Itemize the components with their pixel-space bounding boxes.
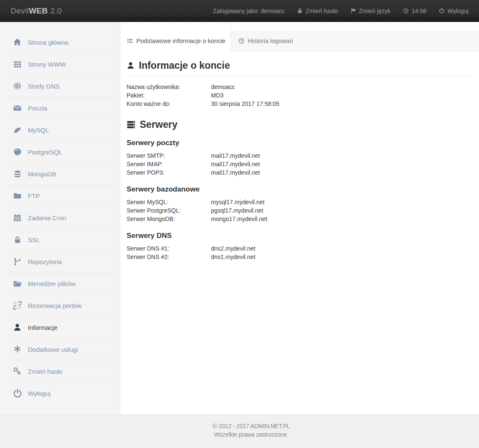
sidebar-item-ftp[interactable]: FTP bbox=[0, 185, 120, 207]
row-value: mail17.mydevil.net bbox=[211, 168, 260, 177]
change-password-label: Zmień hasło bbox=[306, 8, 338, 14]
sidebar-item-zmien-haslo[interactable]: Zmień hasło bbox=[0, 360, 120, 382]
navbar-logout[interactable]: Wyloguj bbox=[439, 8, 468, 14]
account-row: Konto ważne do: 30 sierpnia 2017 17:58:0… bbox=[127, 100, 473, 108]
sidebar-item-mongodb[interactable]: MongoDB bbox=[0, 163, 120, 185]
tab-label: Historia logowań bbox=[248, 38, 293, 44]
servers-heading: Serwery bbox=[127, 119, 473, 130]
envelope-icon bbox=[12, 104, 23, 112]
sidebar-item-informacje[interactable]: Informacje bbox=[0, 316, 120, 338]
sidebar-item-label: Rezerwacja portów bbox=[28, 302, 82, 309]
sidebar-item-zadania-cron[interactable]: Zadania Cron bbox=[0, 207, 120, 229]
row-value: pgsql17.mydevil.net bbox=[211, 206, 263, 215]
sidebar-item-label: Strony WWW bbox=[28, 61, 66, 68]
broken-link-icon bbox=[12, 301, 23, 310]
sidebar-item-wyloguj[interactable]: Wyloguj bbox=[0, 382, 120, 404]
server-row: Serwer SMTP: mail17.mydevil.net bbox=[127, 151, 473, 160]
clock-icon bbox=[403, 8, 409, 13]
sidebar-item-label: Wyloguj bbox=[28, 390, 50, 397]
mail-servers-rows: Serwer SMTP: mail17.mydevil.net Serwer I… bbox=[127, 151, 473, 177]
postgresql-elephant-icon bbox=[12, 148, 23, 157]
page-footer: © 2012 - 2017 ADMIN.NET.PL Wszelkie praw… bbox=[0, 414, 479, 448]
sidebar-item-strony-www[interactable]: Strony WWW bbox=[0, 53, 120, 75]
code-branch-icon bbox=[12, 258, 23, 266]
brand-light: Devil bbox=[11, 6, 29, 16]
account-row: Pakiet: MD3 bbox=[127, 91, 473, 100]
navbar-change-language[interactable]: Zmień język bbox=[351, 8, 391, 14]
sidebar: Strona główna Strony WWW Strefy DNS Pocz… bbox=[0, 22, 120, 414]
sidebar-item-mysql[interactable]: MySQL bbox=[0, 119, 120, 141]
server-row: Serwer MongoDB: mongo17.mydevil.net bbox=[127, 215, 473, 223]
logged-in-text: Zalogowany jako: demoacc bbox=[213, 8, 285, 14]
sidebar-item-label: Poczta bbox=[28, 105, 47, 112]
server-row: Serwer DNS #1: dns2.mydevil.net bbox=[127, 244, 473, 253]
tab-label: Podstawowe informacje o koncie bbox=[136, 38, 225, 44]
sidebar-item-label: MySQL bbox=[28, 127, 49, 134]
change-language-label: Zmień język bbox=[359, 8, 391, 14]
globe-icon bbox=[12, 82, 23, 90]
row-label: Serwer POP3: bbox=[127, 168, 211, 177]
row-value: dns2.mydevil.net bbox=[211, 244, 255, 253]
sidebar-item-poczta[interactable]: Poczta bbox=[0, 97, 120, 119]
sidebar-item-label: Strefy DNS bbox=[28, 83, 60, 90]
server-row: Serwer DNS #2: dns1.mydevil.net bbox=[127, 253, 473, 261]
navbar-change-password[interactable]: Zmień hasło bbox=[297, 8, 338, 14]
folder-open-icon bbox=[12, 279, 23, 288]
time-text: 14:56 bbox=[411, 8, 426, 14]
sidebar-item-label: Menedżer plików bbox=[28, 280, 76, 287]
sidebar-item-label: Repozytoria bbox=[28, 258, 62, 265]
row-label: Serwer MySQL: bbox=[127, 198, 211, 206]
database-icon bbox=[12, 170, 23, 178]
user-icon bbox=[127, 62, 135, 70]
power-icon bbox=[439, 8, 444, 13]
tab-bar: Podstawowe informacje o koncie Historia … bbox=[120, 22, 479, 51]
content-area: Informacje o koncie Nazwa użytkownika: d… bbox=[120, 51, 479, 274]
row-label: Konto ważne do: bbox=[127, 100, 211, 108]
brand-version: 2.0 bbox=[50, 6, 62, 16]
navbar-menu: Zalogowany jako: demoacc Zmień hasło Zmi… bbox=[213, 8, 468, 14]
sidebar-item-strona-glowna[interactable]: Strona główna bbox=[0, 31, 120, 53]
row-value: mail17.mydevil.net bbox=[211, 160, 260, 168]
row-value: mail17.mydevil.net bbox=[211, 151, 260, 160]
server-row: Serwer PostgreSQL: pgsql17.mydevil.net bbox=[127, 206, 473, 215]
logout-label: Wyloguj bbox=[447, 8, 468, 14]
key-icon bbox=[12, 367, 23, 375]
sidebar-item-repozytoria[interactable]: Repozytoria bbox=[0, 251, 120, 273]
sidebar-item-dodatkowe-uslugi[interactable]: Dodatkowe usługi bbox=[0, 338, 120, 360]
account-row: Nazwa użytkownika: demoacc bbox=[127, 83, 473, 91]
tab-basic-account-info[interactable]: Podstawowe informacje o koncie bbox=[120, 22, 231, 51]
account-info-heading: Informacje o koncie bbox=[127, 60, 473, 76]
mail-servers-subheading: Serwery poczty bbox=[127, 139, 473, 147]
main-panel: Podstawowe informacje o koncie Historia … bbox=[120, 22, 479, 414]
sidebar-item-ssl[interactable]: SSL bbox=[0, 229, 120, 251]
footer-copyright: © 2012 - 2017 ADMIN.NET.PL bbox=[24, 422, 479, 430]
row-label: Serwer DNS #1: bbox=[127, 244, 211, 253]
sidebar-item-menedzer-plikow[interactable]: Menedżer plików bbox=[0, 273, 120, 294]
row-value: MD3 bbox=[211, 91, 224, 100]
app-brand[interactable]: DevilWEB2.0 bbox=[11, 6, 62, 16]
sidebar-item-postgresql[interactable]: PostgreSQL bbox=[0, 141, 120, 163]
sidebar-item-strefy-dns[interactable]: Strefy DNS bbox=[0, 75, 120, 97]
tab-strip: Historia logowań bbox=[231, 30, 479, 51]
clock-icon bbox=[238, 38, 244, 44]
sidebar-item-label: Zmień hasło bbox=[28, 368, 62, 375]
account-info-title: Informacje o koncie bbox=[139, 60, 230, 71]
row-value: dns1.mydevil.net bbox=[211, 253, 255, 261]
mysql-dolphin-icon bbox=[12, 126, 23, 135]
row-label: Serwer SMTP: bbox=[127, 151, 211, 160]
sidebar-item-rezerwacja-portow[interactable]: Rezerwacja portów bbox=[0, 294, 120, 316]
row-value: demoacc bbox=[211, 83, 235, 91]
row-value: mongo17.mydevil.net bbox=[211, 215, 267, 223]
lock-icon bbox=[12, 236, 23, 244]
sidebar-item-label: FTP bbox=[28, 192, 40, 200]
top-navbar: DevilWEB2.0 Zalogowany jako: demoacc Zmi… bbox=[0, 0, 479, 22]
row-label: Nazwa użytkownika: bbox=[127, 83, 211, 91]
row-label: Serwer PostgreSQL: bbox=[127, 206, 211, 215]
server-row: Serwer MySQL: mysql17.mydevil.net bbox=[127, 198, 473, 206]
logged-in-as: Zalogowany jako: demoacc bbox=[213, 8, 285, 14]
sidebar-item-label: PostgreSQL bbox=[28, 148, 62, 156]
row-value: 30 sierpnia 2017 17:58:05 bbox=[211, 100, 279, 108]
sidebar-item-label: Strona główna bbox=[28, 39, 68, 46]
tab-login-history[interactable]: Historia logowań bbox=[231, 30, 293, 51]
servers-title: Serwery bbox=[140, 119, 178, 130]
